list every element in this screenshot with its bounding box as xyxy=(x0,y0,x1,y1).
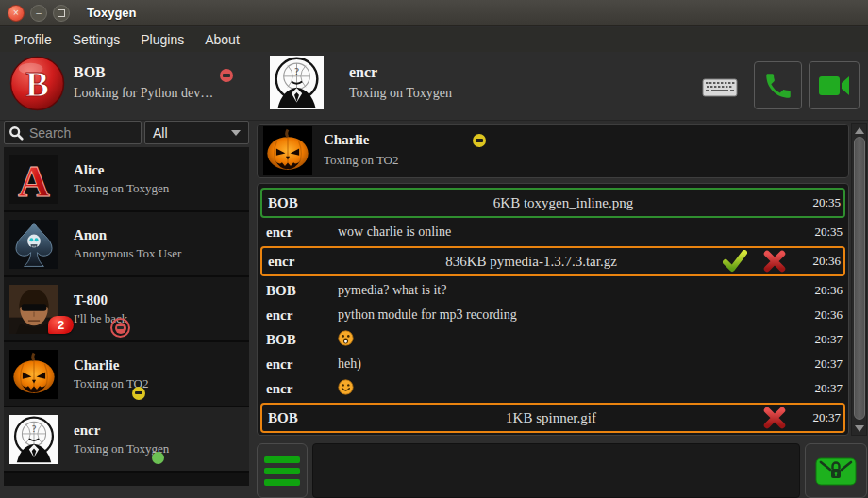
message-sender: encr xyxy=(260,307,338,324)
video-call-button[interactable] xyxy=(809,61,860,109)
unread-count-badge: 2 xyxy=(48,316,74,334)
spade-avatar xyxy=(9,220,58,269)
file-transfer-row: encr836KB pymedia-1.3.7.3.tar.gz20:36 xyxy=(260,246,845,276)
message-emoji xyxy=(338,330,789,350)
typing-notification-button[interactable] xyxy=(701,75,739,101)
lettera-avatar: A xyxy=(9,155,58,204)
message-text: pymedia? what is it? xyxy=(338,283,789,298)
menu-profile[interactable]: Profile xyxy=(4,29,62,50)
message-text: wow charlie is online xyxy=(338,224,789,240)
smile-emoji-icon xyxy=(338,379,354,395)
status-busyring-icon xyxy=(110,318,130,338)
file-name-and-size: 836KB pymedia-1.3.7.3.tar.gz xyxy=(445,254,617,270)
decline-file-button[interactable] xyxy=(762,250,787,273)
message-time: 20:37 xyxy=(798,381,845,396)
message-time: 20:37 xyxy=(798,332,845,347)
message-scrollbar[interactable] xyxy=(851,123,867,436)
close-button[interactable]: × xyxy=(8,5,25,22)
message-input[interactable] xyxy=(312,443,800,498)
scrollbar-thumb[interactable] xyxy=(854,137,865,420)
sidebar-item-t-800[interactable]: T-800I'll be back2 xyxy=(4,277,249,342)
chat-peer-name: Charlie xyxy=(324,132,369,148)
sidebar-item-encr[interactable]: ?encrToxing on Toxygen xyxy=(4,407,249,473)
profile-header: B BOB Looking for Python dev… ? encr Tox… xyxy=(0,52,868,121)
status-online-icon xyxy=(152,452,164,464)
video-camera-icon xyxy=(817,72,851,100)
filter-value: All xyxy=(153,125,168,141)
self-status-icon[interactable] xyxy=(220,69,233,82)
chat-menu-button[interactable] xyxy=(257,443,308,498)
x-icon xyxy=(763,407,786,429)
sidebar-item-charlie[interactable]: CharlieToxing on TO2 xyxy=(4,342,249,407)
chat-peer-status-message: Toxing on TO2 xyxy=(324,153,399,168)
maximize-button[interactable] xyxy=(53,5,70,22)
phone-icon xyxy=(762,70,794,102)
contact-filter-dropdown[interactable]: All xyxy=(144,121,249,144)
message-sender: encr xyxy=(262,254,340,270)
message-sender: BOB xyxy=(262,410,340,426)
scroll-up-button[interactable] xyxy=(852,124,866,137)
message-row: encrpython module for mp3 recording20:36 xyxy=(260,303,845,327)
svg-text:?: ? xyxy=(294,66,299,76)
status-away-icon xyxy=(132,387,145,400)
menu-about[interactable]: About xyxy=(194,29,250,50)
svg-text:?: ? xyxy=(32,424,36,434)
message-row: encr20:37 xyxy=(260,376,845,401)
hamburger-icon xyxy=(264,468,300,474)
contact-name: Charlie xyxy=(74,357,149,374)
decline-file-button[interactable] xyxy=(762,407,787,429)
contact-search-field[interactable] xyxy=(4,121,142,144)
active-contact-avatar: ? xyxy=(270,56,324,109)
encrypted-send-lock-icon xyxy=(813,453,859,489)
message-time: 20:36 xyxy=(798,283,845,298)
x-icon xyxy=(763,250,786,273)
minimize-icon: – xyxy=(36,8,42,18)
sidebar-item-alice[interactable]: AAliceToxing on Toxygen xyxy=(4,147,249,212)
message-history: BOB6KB toxygen_inline.png20:35encrwow ch… xyxy=(257,183,849,436)
message-row: BOBpymedia? what is it?20:36 xyxy=(260,278,845,303)
contact-info: AliceToxing on Toxygen xyxy=(74,162,169,196)
keyboard-icon xyxy=(702,75,738,100)
triangle-up-icon xyxy=(855,127,864,134)
file-name-and-size: 6KB toxygen_inline.png xyxy=(493,195,633,211)
triangle-down-icon xyxy=(855,425,864,432)
file-transfer-row: BOB6KB toxygen_inline.png20:35 xyxy=(260,188,845,218)
contact-list: AAliceToxing on ToxygenAnonAnonymous Tox… xyxy=(4,147,249,486)
svg-text:A: A xyxy=(18,157,50,204)
chat-peer-status-icon xyxy=(473,134,486,147)
message-time: 20:37 xyxy=(798,357,845,372)
audio-call-button[interactable] xyxy=(754,61,802,109)
shocked-emoji-icon xyxy=(338,330,354,346)
message-row: encrheh)20:37 xyxy=(260,352,845,376)
search-icon xyxy=(8,125,24,141)
message-time: 20:35 xyxy=(798,224,845,240)
self-status-message[interactable]: Looking for Python dev… xyxy=(74,86,213,101)
file-transfer-actions xyxy=(723,250,796,273)
accept-file-button[interactable] xyxy=(723,250,747,273)
minimize-button[interactable]: – xyxy=(30,5,47,22)
message-time: 20:36 xyxy=(798,307,845,323)
active-contact-name: encr xyxy=(349,64,377,81)
contact-name: Anon xyxy=(74,227,181,243)
contact-info: encrToxing on Toxygen xyxy=(74,423,169,456)
self-name[interactable]: BOB xyxy=(74,64,106,81)
chat-peer-header: Charlie Toxing on TO2 xyxy=(257,124,849,178)
message-text: heh) xyxy=(338,357,789,372)
menu-plugins[interactable]: Plugins xyxy=(130,29,194,50)
maximize-icon xyxy=(58,9,65,17)
message-emoji xyxy=(338,379,789,399)
hamburger-icon xyxy=(264,479,300,486)
send-message-button[interactable] xyxy=(805,443,867,498)
message-sender: BOB xyxy=(260,283,338,299)
scroll-down-button[interactable] xyxy=(852,422,866,435)
search-input[interactable] xyxy=(27,124,137,141)
message-row: BOB20:37 xyxy=(260,327,845,352)
sidebar-item-anon[interactable]: AnonAnonymous Tox User xyxy=(4,212,249,277)
menu-settings[interactable]: Settings xyxy=(62,29,131,50)
toxygen-window: × – Toxygen Profile Settings Plugins Abo… xyxy=(0,0,868,498)
active-contact-status-message: Toxing on Toxygen xyxy=(349,86,452,101)
self-avatar[interactable]: B xyxy=(9,56,65,111)
svg-text:B: B xyxy=(25,65,49,104)
message-time: 20:36 xyxy=(796,254,843,269)
message-sender: encr xyxy=(260,224,338,241)
